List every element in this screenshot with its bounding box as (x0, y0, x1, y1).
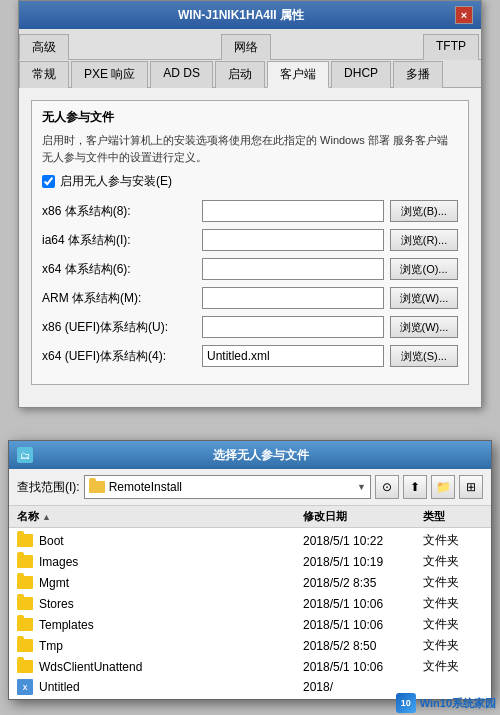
field-row-x86: x86 体系结构(8): 浏览(B)... (42, 200, 458, 222)
main-title: WIN-J1NIK1HA4II 属性 (27, 7, 455, 24)
folder-icon (17, 618, 33, 631)
tab-dhcp[interactable]: DHCP (331, 61, 391, 88)
browse-btn-x86[interactable]: 浏览(B)... (390, 200, 458, 222)
col-header-type: 类型 (423, 509, 483, 524)
browse-btn-arm[interactable]: 浏览(W)... (390, 287, 458, 309)
tab-pxe[interactable]: PXE 响应 (71, 61, 148, 88)
file-type: 文件夹 (423, 637, 483, 654)
file-name: Tmp (39, 639, 303, 653)
file-date: 2018/5/1 10:06 (303, 618, 423, 632)
tab-advanced[interactable]: 高级 (19, 34, 69, 60)
toolbar-up-button[interactable]: ⬆ (403, 475, 427, 499)
dropdown-arrow-icon: ▼ (357, 482, 366, 492)
watermark-logo: 10 (396, 693, 416, 713)
field-input-ia64[interactable] (202, 229, 384, 251)
file-name: Mgmt (39, 576, 303, 590)
field-input-x64-uefi[interactable] (202, 345, 384, 367)
list-item[interactable]: Boot 2018/5/1 10:22 文件夹 (9, 530, 491, 551)
file-type: 文件夹 (423, 658, 483, 675)
file-name: Stores (39, 597, 303, 611)
field-label-x64-uefi: x64 (UEFI)体系结构(4): (42, 348, 202, 365)
file-dialog-icon: 🗂 (17, 447, 33, 463)
tab-network[interactable]: 网络 (221, 34, 271, 60)
file-list: Boot 2018/5/1 10:22 文件夹 Images 2018/5/1 … (9, 528, 491, 699)
folder-icon (17, 597, 33, 610)
list-item[interactable]: Images 2018/5/1 10:19 文件夹 (9, 551, 491, 572)
main-close-button[interactable]: × (455, 6, 473, 24)
field-input-x86-uefi[interactable] (202, 316, 384, 338)
file-date: 2018/5/1 10:06 (303, 597, 423, 611)
tab-adds[interactable]: AD DS (150, 61, 213, 88)
folder-icon (17, 660, 33, 673)
tab-general[interactable]: 常规 (19, 61, 69, 88)
file-type: 文件夹 (423, 595, 483, 612)
content-area: 无人参与文件 启用时，客户端计算机上的安装选项将使用您在此指定的 Windows… (19, 88, 481, 407)
file-name: Untitled (39, 680, 303, 694)
tab-boot[interactable]: 启动 (215, 61, 265, 88)
path-text: RemoteInstall (109, 480, 353, 494)
toolbar-new-folder-button[interactable]: 📁 (431, 475, 455, 499)
file-date: 2018/5/1 10:06 (303, 660, 423, 674)
tab-row-bottom: 常规 PXE 响应 AD DS 启动 客户端 DHCP 多播 (19, 60, 481, 88)
file-type: 文件夹 (423, 616, 483, 633)
file-name: WdsClientUnattend (39, 660, 303, 674)
search-range-label: 查找范围(I): (17, 479, 80, 496)
field-row-x64-uefi: x64 (UEFI)体系结构(4): 浏览(S)... (42, 345, 458, 367)
unattend-section: 无人参与文件 启用时，客户端计算机上的安装选项将使用您在此指定的 Windows… (31, 100, 469, 385)
toolbar-back-button[interactable]: ⊙ (375, 475, 399, 499)
enable-checkbox-row: 启用无人参与安装(E) (42, 173, 458, 190)
list-item[interactable]: Mgmt 2018/5/2 8:35 文件夹 (9, 572, 491, 593)
browse-btn-x64-uefi[interactable]: 浏览(S)... (390, 345, 458, 367)
tab-row-top: 高级 网络 TFTP (19, 29, 481, 60)
file-type: 文件夹 (423, 553, 483, 570)
file-toolbar: 查找范围(I): RemoteInstall ▼ ⊙ ⬆ 📁 ⊞ (9, 469, 491, 506)
watermark-text: Win10系统家园 (420, 696, 496, 711)
browse-btn-x64[interactable]: 浏览(O)... (390, 258, 458, 280)
watermark: 10 Win10系统家园 (396, 693, 496, 713)
file-dialog: 🗂 选择无人参与文件 查找范围(I): RemoteInstall ▼ ⊙ ⬆ … (8, 440, 492, 700)
browse-btn-ia64[interactable]: 浏览(R)... (390, 229, 458, 251)
list-item[interactable]: Stores 2018/5/1 10:06 文件夹 (9, 593, 491, 614)
file-date: 2018/5/1 10:19 (303, 555, 423, 569)
file-type: 文件夹 (423, 532, 483, 549)
file-name: Boot (39, 534, 303, 548)
field-input-x64[interactable] (202, 258, 384, 280)
tab-multicast[interactable]: 多播 (393, 61, 443, 88)
path-selector[interactable]: RemoteInstall ▼ (84, 475, 371, 499)
enable-checkbox[interactable] (42, 175, 55, 188)
field-input-arm[interactable] (202, 287, 384, 309)
field-row-ia64: ia64 体系结构(I): 浏览(R)... (42, 229, 458, 251)
file-name: Images (39, 555, 303, 569)
list-item[interactable]: Tmp 2018/5/2 8:50 文件夹 (9, 635, 491, 656)
col-header-name: 名称 ▲ (17, 509, 303, 524)
file-date: 2018/5/2 8:35 (303, 576, 423, 590)
file-date: 2018/5/2 8:50 (303, 639, 423, 653)
file-name: Templates (39, 618, 303, 632)
xml-file-icon: X (17, 679, 33, 695)
file-type: 文件夹 (423, 574, 483, 591)
folder-icon (17, 534, 33, 547)
file-date: 2018/ (303, 680, 423, 694)
field-row-x64: x64 体系结构(6): 浏览(O)... (42, 258, 458, 280)
browse-btn-x86-uefi[interactable]: 浏览(W)... (390, 316, 458, 338)
main-title-bar: WIN-J1NIK1HA4II 属性 × (19, 1, 481, 29)
tab-client[interactable]: 客户端 (267, 61, 329, 88)
field-label-x64: x64 体系结构(6): (42, 261, 202, 278)
list-item[interactable]: Templates 2018/5/1 10:06 文件夹 (9, 614, 491, 635)
folder-icon (17, 639, 33, 652)
enable-checkbox-label: 启用无人参与安装(E) (60, 173, 172, 190)
field-label-ia64: ia64 体系结构(I): (42, 232, 202, 249)
field-row-arm: ARM 体系结构(M): 浏览(W)... (42, 287, 458, 309)
field-input-x86[interactable] (202, 200, 384, 222)
main-dialog: WIN-J1NIK1HA4II 属性 × 高级 网络 TFTP 常规 PXE 响… (18, 0, 482, 408)
file-dialog-title: 选择无人参与文件 (39, 447, 483, 464)
file-date: 2018/5/1 10:22 (303, 534, 423, 548)
tab-tftp[interactable]: TFTP (423, 34, 479, 60)
list-item[interactable]: WdsClientUnattend 2018/5/1 10:06 文件夹 (9, 656, 491, 677)
field-label-arm: ARM 体系结构(M): (42, 290, 202, 307)
sort-arrow-icon: ▲ (42, 512, 51, 522)
toolbar-view-button[interactable]: ⊞ (459, 475, 483, 499)
file-title-bar: 🗂 选择无人参与文件 (9, 441, 491, 469)
field-label-x86: x86 体系结构(8): (42, 203, 202, 220)
field-label-x86-uefi: x86 (UEFI)体系结构(U): (42, 319, 202, 336)
